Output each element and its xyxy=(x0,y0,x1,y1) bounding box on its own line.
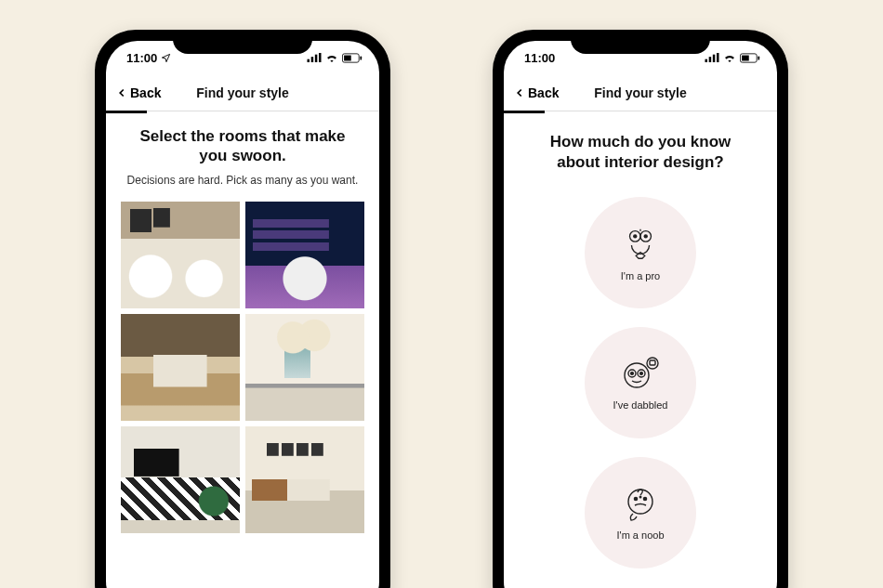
wifi-icon xyxy=(723,53,736,62)
noob-face-icon xyxy=(622,485,659,522)
room-grid xyxy=(121,202,364,534)
status-time: 11:00 xyxy=(126,51,157,65)
room-tile-2[interactable] xyxy=(245,202,364,308)
room-tile-1[interactable] xyxy=(121,202,240,308)
svg-rect-0 xyxy=(308,59,310,62)
svg-rect-6 xyxy=(360,56,362,59)
cellular-signal-icon xyxy=(307,53,322,62)
page-heading: Select the rooms that make you swoon. xyxy=(121,126,364,166)
phone-left: 11:00 Back Find your style Select the xyxy=(95,30,390,588)
chevron-left-icon xyxy=(513,85,526,100)
status-time: 11:00 xyxy=(524,51,555,65)
svg-rect-13 xyxy=(758,56,759,59)
device-notch xyxy=(173,30,312,54)
nav-bar: Back Find your style xyxy=(504,74,777,111)
svg-point-24 xyxy=(640,372,643,375)
option-pro[interactable]: I'm a pro xyxy=(585,197,696,308)
screen-right: 11:00 Back Find your style How much do y… xyxy=(504,41,777,588)
option-label: I've dabbled xyxy=(613,399,668,411)
option-label: I'm a noob xyxy=(616,529,664,541)
cellular-signal-icon xyxy=(705,53,719,62)
option-dabbled[interactable]: I've dabbled xyxy=(585,327,696,438)
room-tile-3[interactable] xyxy=(121,314,240,421)
phone-right: 11:00 Back Find your style How much do y… xyxy=(493,30,788,588)
svg-rect-7 xyxy=(705,59,708,62)
svg-rect-5 xyxy=(344,55,351,60)
progress-bar xyxy=(106,111,379,113)
svg-rect-26 xyxy=(650,360,655,365)
back-label: Back xyxy=(528,85,559,100)
svg-rect-2 xyxy=(315,55,318,62)
battery-icon xyxy=(740,53,760,63)
svg-point-29 xyxy=(643,498,646,501)
svg-rect-10 xyxy=(717,53,719,62)
svg-rect-9 xyxy=(713,55,716,62)
back-button[interactable]: Back xyxy=(106,85,161,100)
room-tile-5[interactable] xyxy=(121,426,240,533)
chevron-left-icon xyxy=(115,85,128,100)
page-subheading: Decisions are hard. Pick as many as you … xyxy=(121,174,364,187)
room-tile-6[interactable] xyxy=(245,426,364,533)
nav-bar: Back Find your style xyxy=(106,74,379,111)
svg-point-30 xyxy=(639,496,641,498)
option-noob[interactable]: I'm a noob xyxy=(585,457,696,568)
progress-bar xyxy=(504,111,777,113)
back-label: Back xyxy=(130,85,161,100)
page-heading: How much do you know about interior desi… xyxy=(519,132,762,173)
svg-point-23 xyxy=(631,372,634,375)
battery-icon xyxy=(342,53,362,63)
nav-title: Find your style xyxy=(594,85,687,100)
option-label: I'm a pro xyxy=(621,270,660,281)
svg-rect-8 xyxy=(709,57,712,62)
pro-face-icon xyxy=(622,224,659,263)
svg-rect-1 xyxy=(311,57,314,62)
svg-point-28 xyxy=(634,498,637,501)
svg-point-25 xyxy=(647,358,658,369)
dabbled-face-icon xyxy=(620,355,661,392)
svg-point-27 xyxy=(628,490,652,514)
svg-rect-3 xyxy=(319,53,322,62)
wifi-icon xyxy=(325,53,338,62)
location-arrow-icon xyxy=(161,53,171,63)
screen-left: 11:00 Back Find your style Select the xyxy=(106,41,379,588)
back-button[interactable]: Back xyxy=(504,85,559,100)
device-notch xyxy=(571,30,710,54)
nav-title: Find your style xyxy=(196,85,289,100)
knowledge-options: I'm a pro I've dabbled xyxy=(519,197,762,568)
svg-point-16 xyxy=(634,235,637,238)
room-tile-4[interactable] xyxy=(245,314,364,421)
svg-rect-12 xyxy=(742,55,749,60)
svg-point-17 xyxy=(644,235,647,238)
